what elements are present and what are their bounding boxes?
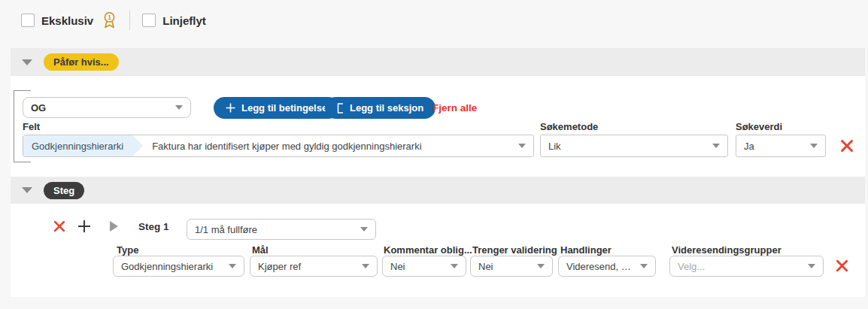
search-value-select[interactable]: Ja bbox=[736, 135, 826, 157]
medal-1-icon: 1 bbox=[102, 11, 117, 29]
condition-section-content: OG Legg til betingelse Legg til seksjon … bbox=[11, 76, 865, 177]
dropdown-caret-icon bbox=[537, 264, 545, 268]
delete-step-x-icon[interactable] bbox=[53, 220, 66, 233]
search-value-label: Søkeverdi bbox=[736, 121, 782, 132]
search-method-select[interactable]: Lik bbox=[540, 135, 728, 157]
field-select[interactable]: Godkjenningshierarki Faktura har identif… bbox=[23, 135, 534, 157]
rule-panel: Påfør hvis... OG Legg til betingelse Leg… bbox=[11, 48, 865, 297]
validering-label: Trenger validering bbox=[472, 244, 557, 256]
field-label: Felt bbox=[23, 121, 40, 132]
maal-value: Kjøper ref bbox=[258, 261, 356, 272]
delete-step-row-x-icon[interactable] bbox=[835, 259, 849, 273]
remove-all-link[interactable]: Fjern alle bbox=[432, 102, 477, 114]
field-value: Faktura har identifisert kjøper med gyld… bbox=[152, 141, 512, 152]
svg-text:1: 1 bbox=[108, 14, 111, 21]
add-section-button[interactable]: Legg til seksjon bbox=[325, 97, 436, 119]
dropdown-caret-icon bbox=[640, 264, 648, 268]
maal-select[interactable]: Kjøper ref bbox=[250, 256, 378, 277]
search-value-value: Ja bbox=[744, 141, 804, 152]
steg-badge[interactable]: Steg bbox=[44, 182, 84, 199]
handlinger-select[interactable]: Videresend, Godkjen... bbox=[558, 256, 656, 277]
toolbar: Eksklusiv 1 Linjeflyt bbox=[21, 11, 206, 30]
dropdown-caret-icon bbox=[175, 105, 183, 110]
search-method-label: Søkemetode bbox=[540, 121, 598, 132]
maal-label: Mål bbox=[252, 244, 269, 256]
dropdown-caret-icon bbox=[451, 264, 458, 268]
field-tag: Godkjenningshierarki bbox=[23, 135, 143, 156]
add-condition-label: Legg til betingelse bbox=[241, 102, 327, 114]
handlinger-value: Videresend, Godkjen... bbox=[566, 261, 634, 272]
toolbar-divider bbox=[129, 11, 130, 30]
step-name: Steg 1 bbox=[138, 221, 169, 232]
dropdown-caret-icon bbox=[229, 264, 236, 268]
kommentar-value: Nei bbox=[390, 261, 445, 272]
handlinger-label: Handlinger bbox=[560, 244, 612, 256]
eksklusiv-checkbox[interactable] bbox=[21, 14, 35, 27]
add-step-plus-icon[interactable] bbox=[77, 220, 91, 233]
delete-condition-x-icon[interactable] bbox=[839, 138, 854, 153]
videresendingsgrupper-select[interactable]: Velg... bbox=[669, 256, 824, 277]
plus-icon bbox=[226, 103, 235, 113]
collapse-triangle-icon[interactable] bbox=[22, 59, 32, 65]
search-method-value: Lik bbox=[548, 141, 706, 152]
operator-select[interactable]: OG bbox=[23, 97, 191, 118]
validering-value: Nei bbox=[478, 261, 531, 272]
type-value: Godkjenningshierarki bbox=[121, 261, 223, 272]
linjeflyt-label: Linjeflyt bbox=[162, 14, 206, 27]
videresendingsgrupper-value: Velg... bbox=[678, 261, 802, 272]
step-section-content: Steg 1 1/1 må fullføre Type Mål Kommenta… bbox=[11, 204, 865, 297]
bracket-icon bbox=[337, 103, 344, 114]
step-completion-select[interactable]: 1/1 må fullføre bbox=[187, 219, 376, 240]
step-completion-value: 1/1 må fullføre bbox=[195, 224, 354, 235]
dropdown-caret-icon bbox=[808, 264, 815, 268]
kommentar-select[interactable]: Nei bbox=[382, 256, 466, 277]
linjeflyt-checkbox[interactable] bbox=[142, 14, 156, 27]
condition-section-header: Påfør hvis... bbox=[11, 48, 865, 76]
expand-step-play-icon[interactable] bbox=[110, 221, 118, 232]
step-section-header: Steg bbox=[11, 177, 865, 204]
videresendingsgrupper-label: Videresendingsgrupper bbox=[672, 244, 782, 256]
workflow-rule-editor: Eksklusiv 1 Linjeflyt Påfør hvis... OG bbox=[0, 0, 868, 309]
dropdown-caret-icon bbox=[360, 227, 368, 232]
dropdown-caret-icon bbox=[810, 144, 818, 148]
dropdown-caret-icon bbox=[362, 264, 369, 268]
type-select[interactable]: Godkjenningshierarki bbox=[113, 256, 244, 277]
add-condition-button[interactable]: Legg til betingelse bbox=[214, 97, 339, 119]
dropdown-caret-icon bbox=[712, 144, 720, 148]
add-section-label: Legg til seksjon bbox=[350, 102, 423, 114]
validering-select[interactable]: Nei bbox=[470, 256, 553, 277]
operator-value: OG bbox=[31, 102, 169, 114]
dropdown-caret-icon bbox=[518, 144, 526, 148]
type-label: Type bbox=[117, 244, 138, 256]
apply-if-badge[interactable]: Påfør hvis... bbox=[44, 53, 119, 71]
eksklusiv-label: Eksklusiv bbox=[41, 14, 93, 27]
collapse-triangle-icon[interactable] bbox=[22, 187, 32, 193]
kommentar-label: Kommentar oblig... bbox=[384, 244, 472, 256]
